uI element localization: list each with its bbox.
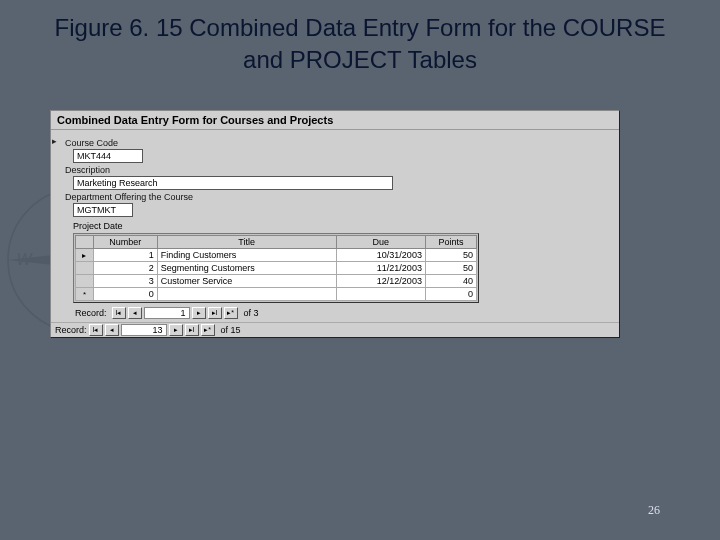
nav-last-button[interactable]: ▸I: [185, 324, 199, 336]
svg-text:W: W: [16, 251, 33, 268]
cell-title[interactable]: Segmenting Customers: [157, 262, 336, 275]
nav-position-field[interactable]: 1: [144, 307, 190, 319]
nav-prev-button[interactable]: ◂: [128, 307, 142, 319]
figure-caption: Figure 6. 15 Combined Data Entry Form fo…: [0, 0, 720, 97]
nav-position-field[interactable]: 13: [121, 324, 167, 336]
form-title-bar: Combined Data Entry Form for Courses and…: [51, 111, 619, 130]
department-field[interactable]: MGTMKT: [73, 203, 133, 217]
project-grid[interactable]: Number Title Due Points ▸ 1 Finding Cust…: [73, 233, 479, 303]
description-label: Description: [65, 165, 617, 175]
access-form-window: Combined Data Entry Form for Courses and…: [50, 110, 620, 338]
nav-last-button[interactable]: ▸I: [208, 307, 222, 319]
cell-points[interactable]: 50: [425, 249, 476, 262]
cell-title[interactable]: [157, 288, 336, 301]
nav-next-button[interactable]: ▸: [192, 307, 206, 319]
form-record-nav: Record: I◂ ◂ 13 ▸ ▸I ▸* of 15: [51, 322, 619, 337]
table-row: 3 Customer Service 12/12/2003 40: [76, 275, 477, 288]
col-number[interactable]: Number: [93, 236, 157, 249]
cell-number[interactable]: 3: [93, 275, 157, 288]
description-field[interactable]: Marketing Research: [73, 176, 393, 190]
cell-due[interactable]: [336, 288, 425, 301]
cell-number[interactable]: 2: [93, 262, 157, 275]
nav-label: Record:: [55, 325, 87, 335]
project-subform: Project Date Number Title Due Points ▸ 1…: [73, 221, 617, 320]
cell-points[interactable]: 0: [425, 288, 476, 301]
cell-number[interactable]: 1: [93, 249, 157, 262]
cell-due[interactable]: 10/31/2003: [336, 249, 425, 262]
cell-due[interactable]: 11/21/2003: [336, 262, 425, 275]
col-points[interactable]: Points: [425, 236, 476, 249]
nav-first-button[interactable]: I◂: [89, 324, 103, 336]
table-row-new: * 0 0: [76, 288, 477, 301]
nav-label: Record:: [75, 308, 107, 318]
course-code-label: Course Code: [65, 138, 617, 148]
row-marker-icon[interactable]: ▸: [76, 249, 94, 262]
nav-new-button[interactable]: ▸*: [201, 324, 215, 336]
nav-new-button[interactable]: ▸*: [224, 307, 238, 319]
row-marker-icon[interactable]: [76, 262, 94, 275]
slide-page-number: 26: [648, 503, 660, 518]
col-due[interactable]: Due: [336, 236, 425, 249]
new-row-marker-icon[interactable]: *: [76, 288, 94, 301]
col-title[interactable]: Title: [157, 236, 336, 249]
cell-title[interactable]: Customer Service: [157, 275, 336, 288]
row-marker-icon[interactable]: [76, 275, 94, 288]
nav-first-button[interactable]: I◂: [112, 307, 126, 319]
cell-title[interactable]: Finding Customers: [157, 249, 336, 262]
current-record-marker-icon: ▸: [52, 136, 60, 146]
nav-total-text: of 15: [221, 325, 241, 335]
cell-number[interactable]: 0: [93, 288, 157, 301]
table-row: 2 Segmenting Customers 11/21/2003 50: [76, 262, 477, 275]
department-label: Department Offering the Course: [65, 192, 617, 202]
table-row: ▸ 1 Finding Customers 10/31/2003 50: [76, 249, 477, 262]
nav-prev-button[interactable]: ◂: [105, 324, 119, 336]
project-subform-title: Project Date: [73, 221, 617, 231]
course-code-field[interactable]: MKT444: [73, 149, 143, 163]
nav-total-text: of 3: [244, 308, 259, 318]
cell-points[interactable]: 40: [425, 275, 476, 288]
cell-due[interactable]: 12/12/2003: [336, 275, 425, 288]
cell-points[interactable]: 50: [425, 262, 476, 275]
form-body: ▸ Course Code MKT444 Description Marketi…: [51, 130, 619, 322]
nav-next-button[interactable]: ▸: [169, 324, 183, 336]
row-selector-header: [76, 236, 94, 249]
subform-record-nav: Record: I◂ ◂ 1 ▸ ▸I ▸* of 3: [73, 306, 617, 320]
